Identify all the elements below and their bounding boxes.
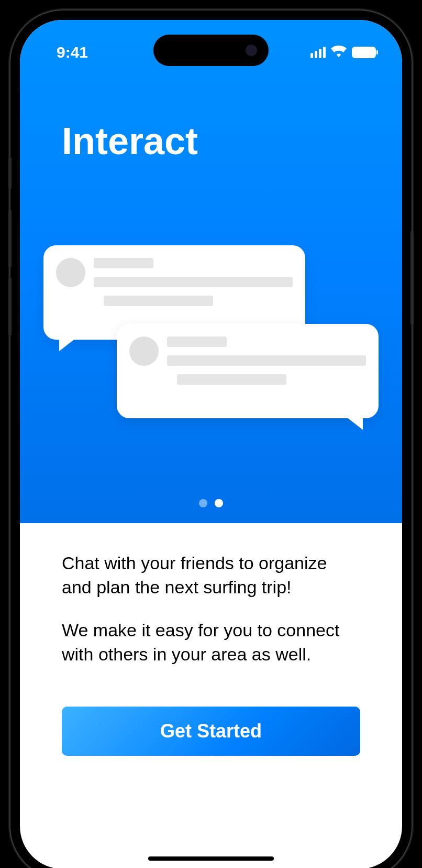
chat-illustration	[43, 245, 379, 444]
page-indicator[interactable]	[199, 499, 223, 507]
home-indicator[interactable]	[148, 856, 274, 861]
screen: 9:41 Interact	[20, 20, 402, 868]
text-placeholder-line	[94, 258, 153, 268]
dynamic-island	[153, 35, 269, 66]
silent-switch	[8, 157, 12, 189]
page-title: Interact	[20, 120, 402, 162]
page-dot[interactable]	[199, 499, 207, 507]
phone-frame: 9:41 Interact	[10, 10, 412, 868]
wifi-icon	[331, 45, 347, 60]
cellular-signal-icon	[310, 47, 326, 58]
volume-up-button	[8, 210, 12, 267]
avatar-placeholder-icon	[56, 258, 85, 287]
chat-bubble-icon	[117, 324, 379, 418]
get-started-button[interactable]: Get Started	[62, 707, 360, 756]
content-section: Chat with your friends to organize and p…	[20, 523, 402, 777]
battery-icon	[352, 47, 376, 58]
status-time: 9:41	[57, 44, 88, 61]
description-text: Chat with your friends to organize and p…	[62, 551, 360, 600]
text-placeholder-line	[167, 355, 366, 366]
text-placeholder-line	[94, 277, 293, 287]
volume-down-button	[8, 278, 12, 335]
power-button	[410, 231, 414, 325]
status-icons	[310, 45, 376, 60]
avatar-placeholder-icon	[129, 337, 159, 366]
text-placeholder-line	[167, 337, 227, 347]
text-placeholder-line	[177, 374, 286, 385]
description-text: We make it easy for you to connect with …	[62, 619, 360, 667]
page-dot-active[interactable]	[215, 499, 223, 507]
text-placeholder-line	[104, 296, 213, 306]
hero-section[interactable]: Interact	[20, 20, 402, 523]
